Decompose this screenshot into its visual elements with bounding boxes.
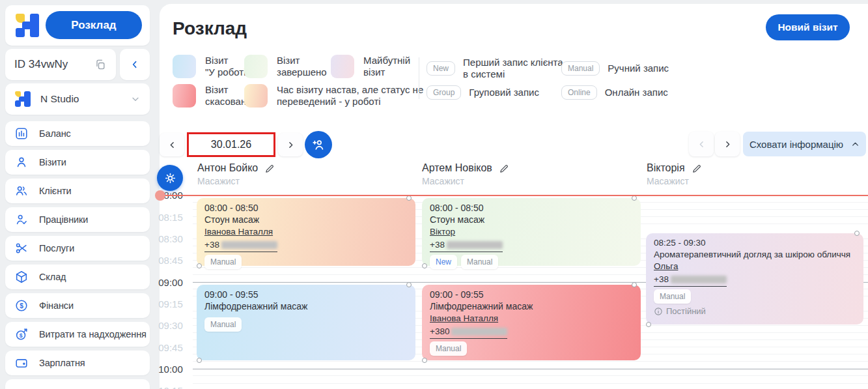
workspace-id: ID 34vwNy xyxy=(14,58,94,71)
person-plus-icon xyxy=(311,137,326,152)
chevron-right-icon xyxy=(723,140,732,149)
column-header-0: Антон Бойко Масажист xyxy=(197,162,275,186)
employee-role: Масажист xyxy=(197,176,275,186)
manual-badge: Manual xyxy=(461,255,498,269)
resize-handle[interactable] xyxy=(197,263,202,268)
legend-label: Візит "У роботі" xyxy=(205,55,249,79)
client-link[interactable]: Іванова Наталля xyxy=(430,313,498,324)
edit-icon[interactable] xyxy=(499,163,510,174)
sidebar-item-label: Склад xyxy=(39,272,66,282)
appointment-card[interactable]: 08:00 - 08:50 Стоун масаж Іванова Наталл… xyxy=(197,198,415,266)
appointment-card[interactable]: 08:00 - 08:50 Стоун масаж Віктор +38 New… xyxy=(422,198,641,266)
sidebar-item-workers[interactable]: Працівники xyxy=(5,207,150,232)
time-label: 08:15 xyxy=(152,212,189,223)
sidebar-item-label: Фінанси xyxy=(39,300,74,311)
resize-handle[interactable] xyxy=(197,358,202,363)
employee-role: Масажист xyxy=(647,176,703,186)
add-person-button[interactable] xyxy=(305,131,332,158)
appointment-time: 08:25 - 09:30 xyxy=(654,237,856,249)
legend-status-done: Візит завершено xyxy=(244,55,327,79)
badge-label: Перший запис клієнта в системі xyxy=(463,57,563,81)
client-link[interactable]: Іванова Наталля xyxy=(204,226,273,238)
gear-icon xyxy=(163,171,177,185)
time-label: 09:15 xyxy=(152,298,189,310)
columns-prev-button[interactable] xyxy=(689,132,714,156)
appointment-time: 09:00 - 09:55 xyxy=(430,289,633,300)
sidebar-item-stock[interactable]: Склад xyxy=(5,265,150,289)
new-visit-button[interactable]: Новий візит xyxy=(766,14,850,40)
resize-handle[interactable] xyxy=(632,282,637,287)
sidebar-item-label: Візити xyxy=(39,157,66,167)
resize-handle[interactable] xyxy=(646,322,651,327)
sidebar-item-label: Послуги xyxy=(39,243,74,253)
time-label: 09:30 xyxy=(152,320,189,331)
resize-handle[interactable] xyxy=(422,263,427,268)
client-link[interactable]: Ольга xyxy=(654,261,678,272)
date-field[interactable]: 30.01.26 xyxy=(187,132,275,157)
sidebar-item-expenses[interactable]: $ Витрати та надходження xyxy=(5,322,150,347)
sidebar-item-visits[interactable]: Візити xyxy=(5,150,150,175)
appointment-card[interactable]: 09:00 - 09:55 Лімфодренажний масаж Івано… xyxy=(422,285,641,360)
sidebar-item-clients[interactable]: Клієнти xyxy=(5,179,150,203)
copy-icon[interactable] xyxy=(94,58,107,71)
appointment-service: Лімфодренажний масаж xyxy=(204,300,408,312)
phone-blur xyxy=(221,241,277,249)
client-phone[interactable]: +38 xyxy=(654,272,727,287)
chevron-right-icon xyxy=(287,141,295,149)
sidebar-item-label: Витрати та надходження xyxy=(39,329,147,339)
sidebar-item-services[interactable]: Послуги xyxy=(5,236,150,261)
studio-selector[interactable]: N Studio xyxy=(5,83,150,115)
studio-name: N Studio xyxy=(40,93,121,105)
sidebar-item-partial[interactable] xyxy=(5,379,150,389)
columns-next-button[interactable] xyxy=(715,132,740,156)
appointment-card[interactable]: 08:25 - 09:30 Ароматерапевтичний догляд … xyxy=(646,233,863,324)
manual-badge: Manual xyxy=(430,341,467,356)
chevron-left-icon xyxy=(130,59,140,70)
resize-handle[interactable] xyxy=(422,358,427,363)
phone-blur xyxy=(451,328,507,336)
resize-handle[interactable] xyxy=(406,195,412,201)
schedule-nav-button[interactable]: Розклад xyxy=(46,11,142,39)
time-label: 08:30 xyxy=(152,233,189,244)
resize-handle[interactable] xyxy=(632,195,637,201)
edit-icon[interactable] xyxy=(264,163,275,174)
sidebar-collapse-button[interactable] xyxy=(120,49,150,80)
chevron-left-icon xyxy=(168,141,176,149)
edit-icon[interactable] xyxy=(692,163,703,174)
calendar-settings-button[interactable] xyxy=(157,165,183,191)
time-label: 10:15 xyxy=(152,385,189,389)
date-next-button[interactable] xyxy=(278,133,303,156)
status-swatch xyxy=(244,84,268,108)
appointment-service: Лімфодренажний масаж xyxy=(430,300,633,312)
client-link[interactable]: Віктор xyxy=(430,226,455,238)
app-logo xyxy=(14,12,40,38)
appointment-card[interactable]: 09:00 - 09:55 Лімфодренажний масаж Manua… xyxy=(197,285,415,360)
sidebar-item-salary[interactable]: Зарплатня xyxy=(5,351,150,375)
status-swatch xyxy=(331,55,354,78)
client-phone[interactable]: +38 xyxy=(204,238,277,252)
legend-badge-group: Group Груповий запис xyxy=(427,85,539,100)
legend-badge-new: New Перший запис клієнта в системі xyxy=(427,57,563,81)
date-prev-button[interactable] xyxy=(160,133,184,156)
expenses-icon: $ xyxy=(14,327,29,341)
sidebar-item-finance[interactable]: $ Фінанси xyxy=(5,293,150,318)
hour-line xyxy=(193,369,868,369)
legend-label: Майбутній візит xyxy=(363,55,410,79)
new-badge: New xyxy=(427,61,455,76)
studio-logo xyxy=(14,91,31,108)
badge-label: Ручний запис xyxy=(608,63,669,74)
info-icon xyxy=(654,307,663,316)
group-badge: Group xyxy=(427,85,461,100)
client-phone[interactable]: +38 xyxy=(430,238,503,252)
sidebar-item-balance[interactable]: Баланс xyxy=(5,121,150,146)
resize-handle[interactable] xyxy=(854,231,860,236)
new-badge: New xyxy=(430,255,457,269)
phone-blur xyxy=(447,241,503,249)
salary-icon xyxy=(14,356,29,370)
employee-name: Артем Новіков xyxy=(422,162,492,174)
hide-info-button[interactable]: Сховати інформацію xyxy=(743,132,866,156)
legend-status-cancelled: Візит скасовано xyxy=(173,84,252,108)
client-phone[interactable]: +380 xyxy=(430,324,507,339)
resize-handle[interactable] xyxy=(406,282,412,287)
appointment-service: Стоун масаж xyxy=(430,214,633,225)
